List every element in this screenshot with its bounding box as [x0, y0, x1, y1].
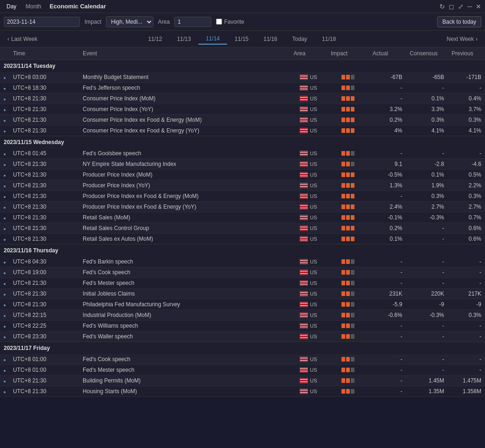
area-name: US: [310, 302, 317, 307]
row-time: UTC+8 21:30: [9, 202, 79, 212]
area-name: US: [310, 172, 317, 178]
us-flag-icon: [300, 183, 308, 188]
refresh-icon[interactable]: ↻: [439, 3, 445, 10]
table-row[interactable]: UTC+8 22:15 Industrial Production (MoM) …: [0, 310, 485, 321]
nav-today[interactable]: Today: [285, 34, 315, 44]
row-indicator: [0, 148, 9, 159]
row-time: UTC+8 21:30: [9, 180, 79, 191]
indicator-dot: [4, 217, 6, 219]
tab-month[interactable]: Month: [23, 2, 44, 11]
area-name: US: [310, 389, 317, 394]
table-row[interactable]: UTC+8 21:30 Producer Price Index (MoM) U…: [0, 170, 485, 180]
nav-date-1112[interactable]: 11/12: [141, 34, 170, 44]
table-row[interactable]: UTC+8 21:30 Fed's Mester speech US - - -: [0, 278, 485, 289]
row-time: UTC+8 21:30: [9, 376, 79, 386]
table-row[interactable]: UTC+8 21:30 Retail Sales (MoM) US -0.1% …: [0, 212, 485, 223]
table-row[interactable]: UTC+8 21:30 Consumer Price Index (MoM) U…: [0, 93, 485, 104]
table-row[interactable]: UTC+8 21:30 NY Empire State Manufacturin…: [0, 159, 485, 170]
area-name: US: [310, 312, 317, 318]
row-consensus: -0.3%: [406, 310, 448, 321]
indicator-dot: [4, 185, 6, 187]
row-event: Retail Sales ex Autos (MoM): [79, 234, 290, 244]
area-name: US: [310, 280, 317, 286]
table-row[interactable]: UTC+8 18:30 Fed's Jefferson speech US - …: [0, 83, 485, 93]
table-row[interactable]: UTC+8 21:30 Producer Price Index (YoY) U…: [0, 180, 485, 191]
favorite-checkbox[interactable]: [216, 19, 222, 25]
area-input[interactable]: [174, 17, 211, 27]
window-icon[interactable]: ◻: [449, 3, 454, 10]
row-consensus: -0.3%: [406, 212, 448, 223]
table-row[interactable]: UTC+8 21:30 Producer Price Index ex Food…: [0, 202, 485, 212]
nav-date-1118[interactable]: 11/18: [315, 34, 343, 44]
table-row[interactable]: UTC+8 01:00 Fed's Cook speech US - - -: [0, 354, 485, 365]
indicator-dot: [4, 336, 6, 338]
indicator-dot: [4, 304, 6, 306]
row-time: UTC+8 21:30: [9, 223, 79, 234]
nav-date-1116[interactable]: 11/16: [256, 34, 285, 44]
row-event: Producer Price Index (YoY): [79, 180, 290, 191]
date-nav: 11/12 11/13 11/14 11/15 11/16 Today 11/1…: [41, 33, 443, 45]
tab-day[interactable]: Day: [4, 2, 19, 11]
impact-select[interactable]: High, Medi...: [106, 16, 153, 27]
row-actual: -: [369, 148, 406, 159]
row-time: UTC+8 21:30: [9, 191, 79, 202]
table-row[interactable]: UTC+8 22:25 Fed's Williams speech US - -…: [0, 321, 485, 331]
th-previous: Previous: [448, 47, 485, 60]
area-name: US: [310, 117, 317, 123]
row-time: UTC+8 21:30: [9, 289, 79, 299]
row-time: UTC+8 01:00: [9, 354, 79, 365]
row-indicator: [0, 386, 9, 397]
impact-label: Impact: [85, 19, 101, 25]
minimize-icon[interactable]: ─: [467, 3, 472, 10]
table-row[interactable]: UTC+8 23:30 Fed's Waller speech US - - -: [0, 331, 485, 342]
row-indicator: [0, 93, 9, 104]
table-row[interactable]: UTC+8 19:00 Fed's Cook speech US - - -: [0, 267, 485, 278]
nav-date-1114[interactable]: 11/14: [198, 33, 227, 45]
expand-icon[interactable]: ⤢: [458, 3, 464, 10]
row-impact: [327, 267, 369, 278]
back-to-today-button[interactable]: Back to today: [437, 16, 481, 27]
row-area: US: [290, 310, 327, 321]
table-row[interactable]: UTC+8 21:30 Producer Price Index ex Food…: [0, 191, 485, 202]
us-flag-icon: [300, 378, 308, 383]
table-row[interactable]: UTC+8 21:30 Initial Jobless Claims US 23…: [0, 289, 485, 299]
table-row[interactable]: UTC+8 21:30 Building Permits (MoM) US - …: [0, 376, 485, 386]
table-row[interactable]: UTC+8 21:30 Housing Starts (MoM) US - 1.…: [0, 386, 485, 397]
row-area: US: [290, 159, 327, 170]
table-row[interactable]: UTC+8 21:30 Philadelphia Fed Manufacturi…: [0, 299, 485, 310]
us-flag-icon: [300, 204, 308, 210]
close-icon[interactable]: ✕: [476, 3, 481, 10]
table-row[interactable]: UTC+8 03:00 Monthly Budget Statement US …: [0, 72, 485, 83]
table-row[interactable]: UTC+8 04:30 Fed's Barkin speech US - - -: [0, 257, 485, 267]
row-impact: [327, 257, 369, 267]
row-impact: [327, 310, 369, 321]
row-area: US: [290, 148, 327, 159]
table-row[interactable]: UTC+8 21:30 Consumer Price Index ex Food…: [0, 125, 485, 136]
prev-week-button[interactable]: ‹ Last Week: [4, 34, 41, 44]
table-row[interactable]: UTC+8 21:30 Consumer Price Index (YoY) U…: [0, 104, 485, 115]
row-previous: 0.5%: [448, 170, 485, 180]
table-row[interactable]: UTC+8 21:30 Retail Sales Control Group U…: [0, 223, 485, 234]
table-row[interactable]: UTC+8 01:45 Fed's Goolsbee speech US - -…: [0, 148, 485, 159]
area-name: US: [310, 367, 317, 373]
row-actual: -: [369, 376, 406, 386]
date-input[interactable]: [4, 17, 80, 27]
row-impact: [327, 93, 369, 104]
row-impact: [327, 354, 369, 365]
table-row[interactable]: UTC+8 21:30 Consumer Price Index ex Food…: [0, 115, 485, 125]
row-time: UTC+8 22:15: [9, 310, 79, 321]
row-previous: 2.2%: [448, 180, 485, 191]
table-row[interactable]: UTC+8 21:30 Retail Sales ex Autos (MoM) …: [0, 234, 485, 244]
row-time: UTC+8 22:25: [9, 321, 79, 331]
row-consensus: -2.8: [406, 159, 448, 170]
nav-date-1115[interactable]: 11/15: [227, 34, 256, 44]
next-week-label: Next Week: [447, 36, 474, 42]
table-row[interactable]: UTC+8 01:00 Fed's Mester speech US - - -: [0, 365, 485, 376]
indicator-dot: [4, 109, 6, 111]
indicator-dot: [4, 196, 6, 198]
area-name: US: [310, 378, 317, 383]
indicator-dot: [4, 272, 6, 274]
next-week-button[interactable]: Next Week ›: [443, 34, 481, 44]
row-impact: [327, 170, 369, 180]
nav-date-1113[interactable]: 11/13: [170, 34, 198, 44]
